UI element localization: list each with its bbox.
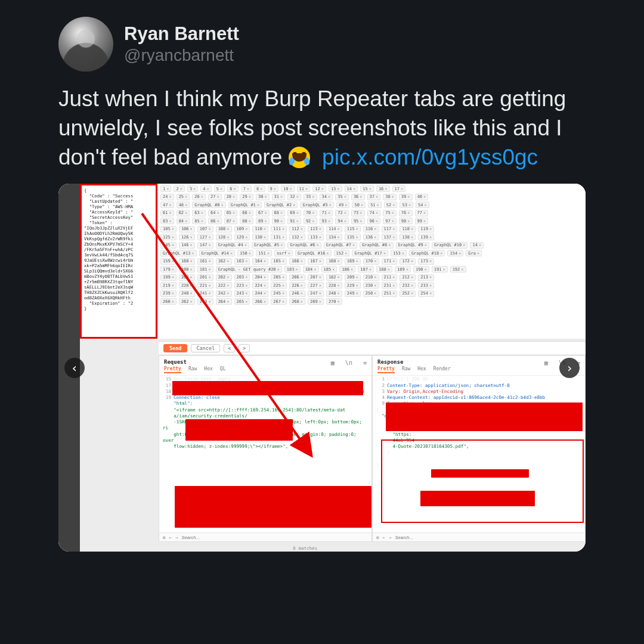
- gear-icon[interactable]: ⚙: [376, 535, 379, 540]
- repeater-tab[interactable]: 206×: [289, 274, 305, 281]
- repeater-tab[interactable]: 14×: [470, 242, 484, 249]
- repeater-tab[interactable]: 89×: [256, 218, 270, 224]
- repeater-tab[interactable]: 242×: [216, 290, 232, 297]
- repeater-tab[interactable]: 221×: [197, 282, 213, 289]
- repeater-tab[interactable]: 250×: [363, 290, 379, 297]
- repeater-tab[interactable]: 24×: [160, 194, 174, 200]
- repeater-tab[interactable]: 118×: [400, 226, 416, 233]
- repeater-tab[interactable]: 31×: [272, 194, 286, 200]
- repeater-tab[interactable]: GraphQL - GET query #20×: [216, 266, 282, 273]
- repeater-tab[interactable]: 229×: [345, 282, 361, 289]
- repeater-tab[interactable]: 72×: [335, 210, 349, 216]
- repeater-tab[interactable]: 260×: [160, 298, 177, 305]
- view-tab[interactable]: Raw: [188, 366, 197, 373]
- repeater-tab[interactable]: 116×: [363, 226, 379, 233]
- repeater-tab[interactable]: 203×: [234, 274, 250, 281]
- repeater-tab[interactable]: 169×: [345, 258, 361, 265]
- repeater-tab[interactable]: 151×: [256, 250, 272, 256]
- repeater-tab[interactable]: 129×: [234, 234, 250, 240]
- repeater-tab[interactable]: 126×: [179, 234, 195, 240]
- repeater-tab[interactable]: 173×: [418, 258, 434, 265]
- view-tab[interactable]: Render: [434, 366, 451, 373]
- repeater-tab[interactable]: 70×: [304, 210, 317, 216]
- repeater-tab[interactable]: 63×: [192, 210, 206, 216]
- repeater-tab[interactable]: 114×: [326, 226, 342, 233]
- repeater-tab[interactable]: 243×: [234, 290, 250, 297]
- repeater-tab[interactable]: 135×: [345, 234, 361, 240]
- repeater-tab[interactable]: 32×: [287, 194, 301, 200]
- repeater-tab[interactable]: 87×: [224, 218, 238, 224]
- cancel-button[interactable]: Cancel: [191, 344, 220, 352]
- repeater-tab[interactable]: 119×: [418, 226, 434, 233]
- repeater-tab[interactable]: 13×: [329, 185, 342, 192]
- repeater-tab[interactable]: 97×: [383, 218, 397, 224]
- repeater-tab[interactable]: 165×: [271, 258, 287, 265]
- view-tab[interactable]: QL: [220, 366, 226, 373]
- repeater-tab[interactable]: 207×: [308, 274, 324, 281]
- repeater-tab[interactable]: 83×: [160, 218, 174, 224]
- repeater-tab[interactable]: 51×: [368, 202, 382, 208]
- repeater-tab[interactable]: 222×: [216, 282, 232, 289]
- repeater-tab[interactable]: 181×: [197, 266, 213, 273]
- repeater-tab[interactable]: 131×: [271, 234, 287, 240]
- repeater-tab[interactable]: 172×: [400, 258, 416, 265]
- repeater-tab[interactable]: GraphQL #8×: [360, 242, 393, 249]
- repeater-tab[interactable]: 163×: [234, 258, 250, 265]
- repeater-tab[interactable]: 106×: [179, 226, 195, 233]
- repeater-tab[interactable]: 270×: [326, 298, 342, 305]
- repeater-tab[interactable]: 219×: [160, 282, 177, 289]
- response-search-input[interactable]: [395, 535, 581, 540]
- pic-link[interactable]: pic.x.com/0vg1yss0gc: [322, 145, 538, 169]
- repeater-tab[interactable]: 128×: [216, 234, 232, 240]
- repeater-tab[interactable]: 92×: [304, 218, 317, 224]
- repeater-tab[interactable]: 64×: [208, 210, 222, 216]
- repeater-tab[interactable]: 211×: [382, 274, 398, 281]
- repeater-tab[interactable]: 244×: [252, 290, 268, 297]
- repeater-tab[interactable]: 224×: [252, 282, 268, 289]
- repeater-tab[interactable]: 245×: [271, 290, 287, 297]
- repeater-tab[interactable]: 28×: [224, 194, 238, 200]
- repeater-tab[interactable]: 40×: [415, 194, 429, 200]
- repeater-tab[interactable]: 30×: [256, 194, 270, 200]
- repeater-tab[interactable]: 93×: [320, 218, 333, 224]
- repeater-tab[interactable]: 164×: [252, 258, 268, 265]
- repeater-tab[interactable]: 199×: [160, 274, 177, 281]
- repeater-tab[interactable]: 52×: [384, 202, 398, 208]
- repeater-tab[interactable]: 210×: [363, 274, 379, 281]
- repeater-tab[interactable]: 47×: [160, 202, 174, 208]
- repeater-tab[interactable]: GraphQL #0×: [192, 202, 225, 208]
- repeater-tab[interactable]: 2×: [174, 185, 184, 192]
- repeater-tab[interactable]: 190×: [413, 266, 429, 273]
- repeater-tab[interactable]: 88×: [240, 218, 253, 224]
- repeater-tab[interactable]: 9×: [268, 185, 278, 192]
- repeater-tab[interactable]: 266×: [252, 298, 268, 305]
- repeater-tab[interactable]: 248×: [326, 290, 342, 297]
- repeater-tab[interactable]: 252×: [400, 290, 416, 297]
- repeater-tab[interactable]: 69×: [287, 210, 301, 216]
- repeater-tab[interactable]: 95×: [351, 218, 365, 224]
- repeater-tab[interactable]: 17×: [392, 185, 406, 192]
- repeater-tab[interactable]: 68×: [272, 210, 286, 216]
- search-fwd-icon[interactable]: →: [175, 535, 178, 540]
- history-fwd-button[interactable]: >: [239, 344, 250, 352]
- repeater-tab[interactable]: 94×: [335, 218, 349, 224]
- repeater-tab[interactable]: 267×: [271, 298, 287, 305]
- repeater-tab[interactable]: 33×: [304, 194, 317, 200]
- repeater-tab[interactable]: GraphQL #2×: [264, 202, 298, 208]
- request-search-input[interactable]: [182, 535, 368, 540]
- repeater-tab[interactable]: 264×: [216, 298, 232, 305]
- gear-icon[interactable]: ⚙: [163, 535, 166, 540]
- view-tab[interactable]: Raw: [402, 366, 410, 373]
- repeater-tab[interactable]: 91×: [287, 218, 301, 224]
- repeater-tab[interactable]: 161×: [197, 258, 213, 265]
- repeater-tab[interactable]: 189×: [395, 266, 411, 273]
- repeater-tab[interactable]: 86×: [208, 218, 222, 224]
- search-back-icon[interactable]: ←: [169, 535, 172, 540]
- repeater-tab[interactable]: 262×: [179, 298, 195, 305]
- repeater-tab[interactable]: 85×: [192, 218, 206, 224]
- repeater-tab[interactable]: 136×: [363, 234, 379, 240]
- repeater-tab[interactable]: 201×: [197, 274, 213, 281]
- next-image-button[interactable]: ›: [559, 358, 580, 378]
- repeater-tab[interactable]: 268×: [289, 298, 305, 305]
- repeater-tab[interactable]: GraphQL #9×: [396, 242, 429, 249]
